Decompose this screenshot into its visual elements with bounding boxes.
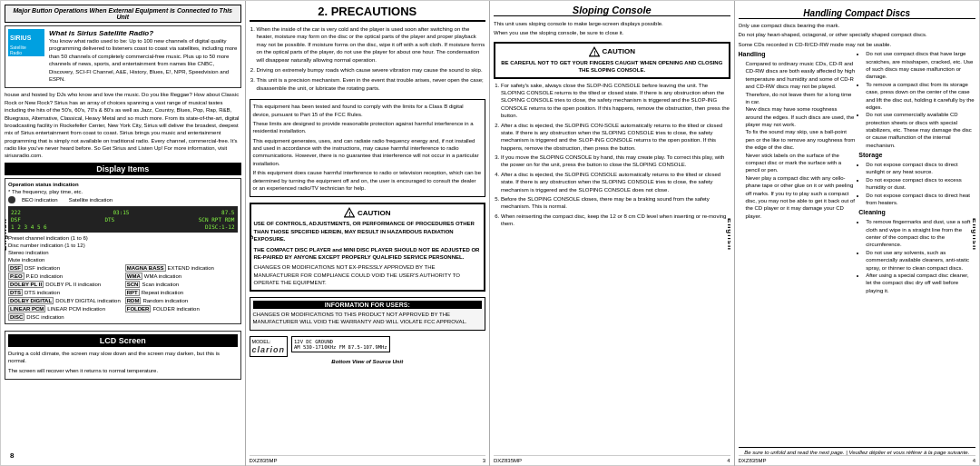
operation-detail: * The frequency, play time, etc. (8, 189, 238, 194)
caution-body-3: CHANGES OR MODIFICATIONS NOT EX-PRESSLY … (254, 263, 482, 286)
cleaning-item-2: Do not use any solvents, such as commerc… (866, 249, 975, 272)
dolby-text: DOLBY PL II indication (45, 282, 101, 287)
info-box: INFORMATION FOR USERS: CHANGES OR MODIFI… (250, 297, 486, 332)
page-id-3: DXZ835MP (250, 458, 278, 463)
sirius-header-text: What is Sirius Satellite Radio? You know… (49, 29, 238, 84)
sirius-body-extra: house and hosted by DJs who know and lov… (5, 91, 241, 160)
sirius-logo: SIRIUS Satellite Radio (8, 29, 44, 56)
english-tab-right: English (972, 218, 975, 251)
rpt-badge: RPT (125, 289, 140, 296)
dts-badge: DTS (8, 289, 23, 296)
page-id-right: DXZ835MP (739, 458, 767, 463)
handling-items: Compared to ordinary music CDs, CD-R and… (739, 60, 856, 220)
dsf-text: DSF indication (24, 265, 60, 271)
precaution-3: This unit is a precision mechanism. Even… (257, 76, 486, 92)
svg-text:!: ! (593, 49, 595, 55)
storage-item-1: Do not expose compact discs to direct su… (866, 161, 975, 176)
beo-label: BEO indication (22, 197, 58, 203)
precaution-1: When the inside of the car is very cold … (257, 25, 486, 64)
clarion-logo: clarion (252, 345, 286, 354)
fcc-notice: This equipment has been tested and found… (250, 99, 486, 197)
handling-col-right: Do not use compact discs that have large… (858, 50, 975, 296)
magna-badge: MAGNA BASS (125, 264, 166, 272)
model-label: MODEL: (252, 339, 286, 344)
page-4-mid: English Sloping Console This unit uses s… (490, 1, 735, 466)
magna-text: EXTEND indication (168, 265, 214, 271)
page-footer-3: DXZ835MP 3 (250, 455, 486, 463)
rpt-text: Repeat indication (142, 290, 183, 295)
display-items-box: Operation status indication * The freque… (5, 178, 241, 324)
english-tab-4-mid: English (726, 218, 730, 251)
lcd-text2: The screen will recover when it returns … (8, 367, 238, 374)
page-3: English 2. PRECAUTIONS When the inside o… (246, 1, 491, 466)
sirius-title: What is Sirius Satellite Radio? (49, 29, 238, 37)
sloping-step-5: Before the SLOPING CONSOLE closes, there… (501, 195, 730, 211)
indicator-rdm: RDM Random indication (125, 297, 238, 304)
indicator-dolby: DOLBY PL II DOLBY PL II indication (8, 281, 121, 288)
radio-row-1: 22203:1587.5 (11, 209, 235, 215)
radio-row-2: DSFDTSSCN RPT RDM (11, 216, 235, 223)
sloping-usage: When you use the sloping console, be sur… (494, 29, 730, 36)
indicator-lpcm: LINEAR PCM LINEAR PCM indication (8, 305, 121, 312)
folder-text: FOLDER indication (152, 306, 199, 312)
indicator-folder: FOLDER FOLDER indication (125, 305, 238, 312)
wma-text: WMA indication (144, 273, 181, 279)
sloping-step-1: For safety's sake, always close the SLOP… (501, 82, 730, 120)
precautions-title: 2. PRECAUTIONS (250, 5, 486, 22)
precaution-2: Driving on extremely bumpy roads which c… (257, 66, 486, 74)
lcd-title: LCD Screen (8, 334, 238, 347)
indicator-dts: DTS DTS indication (8, 289, 121, 296)
storage-item-3: Do not expose compact discs to direct he… (866, 192, 975, 207)
storage-items: Do not expose compact discs to direct su… (858, 161, 975, 206)
mute-label: Mute indication (8, 257, 238, 263)
precautions-list: When the inside of the car is very cold … (250, 25, 486, 94)
handling-item-4: Never stick labels on the surface of the… (746, 152, 856, 174)
manual-page: English Major Button Operations When Ext… (0, 0, 980, 466)
freq-detail: AM 530-1710KHz FM 87.5-107.9MHz (294, 344, 387, 350)
freq-box: 12V DC GROUND AM 530-1710KHz FM 87.5-107… (291, 336, 390, 352)
lcd-screen-section: LCD Screen During a cold climate, the sc… (5, 331, 241, 380)
radio-row-3: 1 2 3 4 5 6DISC:1-12 (11, 223, 235, 230)
radio-display: 22203:1587.5 DSFDTSSCN RPT RDM 1 2 3 4 5… (8, 206, 238, 233)
indicator-dd: DOLBY DIGITAL DOLBY DIGITAL indication (8, 297, 121, 304)
handling-two-col: Handling Compared to ordinary music CDs,… (739, 50, 976, 296)
cleaning-item-3: After using a special compact disc clean… (866, 272, 975, 294)
sirius-section: SIRIUS Satellite Radio What is Sirius Sa… (5, 25, 241, 88)
bottom-source-unit: Bottom View of Source Unit (250, 359, 486, 364)
scn-badge: SCN (125, 281, 141, 288)
handling-item-2: New discs may have some roughness around… (746, 105, 856, 128)
do-not-3: Do not use commercially available CD pro… (866, 111, 975, 149)
handling-col-left: Handling Compared to ordinary music CDs,… (739, 50, 856, 296)
caution-title: ! CAUTION (254, 207, 482, 218)
cleaning-item-1: To remove fingermarks and dust, use a so… (866, 218, 975, 249)
sloping-caution-box: ! CAUTION BE CAREFUL NOT TO GET YOUR FIN… (494, 42, 730, 79)
indicator-list: DSF DSF indication MAGNA BASS EXTEND ind… (8, 264, 238, 321)
english-tab-left: English (5, 218, 8, 251)
page-number-8: 8 (10, 451, 14, 460)
disc-text: DISC indication (26, 314, 64, 320)
do-not-list: Do not use compact discs that have large… (858, 50, 975, 149)
do-not-2: To remove a compact disc from its storag… (866, 81, 975, 112)
caution-box-main: ! CAUTION USE OF CONTROLS, ADJUSTMENTS, … (250, 203, 486, 291)
cleaning-items: To remove fingermarks and dust, use a so… (858, 218, 975, 294)
satellite-label: Satellite indication (69, 197, 113, 203)
sloping-step-2: After a disc is ejected, the SLOPING CON… (501, 122, 730, 153)
handling-title: Handling Compact Discs (739, 8, 976, 19)
indicator-peo: P.EO P.EO indication (8, 273, 121, 280)
sloping-steps: For safety's sake, always close the SLOP… (494, 82, 730, 230)
storage-subtitle: Storage (858, 151, 975, 160)
caution-body-2: THE COMPACT DISC PLAYER and MINI DISC PL… (254, 246, 482, 262)
cleaning-subtitle: Cleaning (858, 208, 975, 217)
page-number-right: 4 (973, 458, 975, 463)
wma-badge: WMA (125, 273, 142, 280)
sloping-caution-title: ! CAUTION (498, 46, 726, 57)
peo-text: P.EO indication (26, 273, 64, 279)
fcc-text1: This equipment has been tested and found… (253, 103, 483, 118)
page-8: English Major Button Operations When Ext… (1, 1, 246, 466)
rdm-text: Random indication (142, 298, 188, 303)
page-footer-right: DXZ835MP 4 (739, 455, 976, 463)
disc-number-label: Disc number indication (1 to 12) (8, 243, 238, 248)
english-tab-3: English (250, 218, 253, 251)
lpcm-text: LINEAR PCM indication (47, 306, 105, 312)
folder-badge: FOLDER (125, 305, 152, 312)
